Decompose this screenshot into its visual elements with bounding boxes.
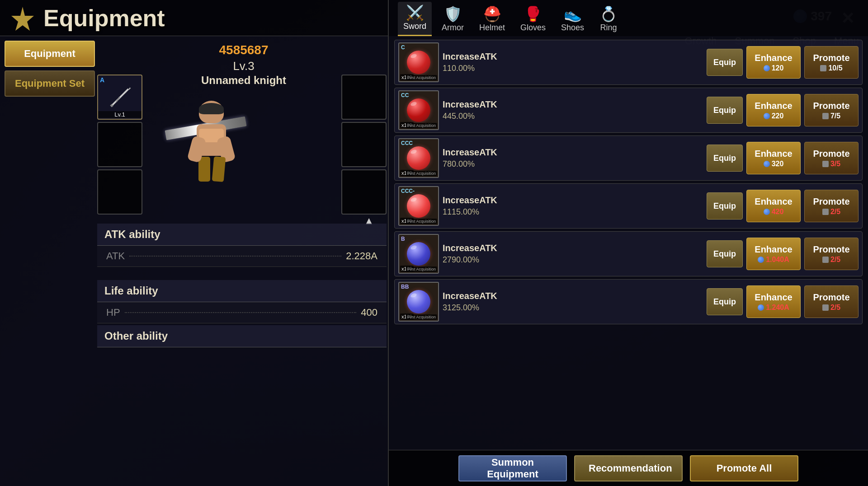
character-gold: 4585687 bbox=[219, 43, 268, 57]
enhance-cost-5: 1.240A bbox=[758, 304, 789, 312]
equip-info-2: IncreaseATK 780.00% bbox=[443, 147, 703, 169]
promote-button-0[interactable]: Promote 10/5 bbox=[804, 46, 859, 79]
equip-button-5[interactable]: Equip bbox=[707, 288, 743, 315]
equipment-button[interactable]: Equipment bbox=[5, 41, 95, 67]
recommendation-button[interactable]: Recommendation bbox=[574, 455, 683, 481]
slot-weapon[interactable]: Lv.1 bbox=[97, 75, 142, 120]
atk-value: 2.228A bbox=[346, 250, 377, 262]
atk-stat-row: ATK 2.228A bbox=[97, 246, 387, 267]
enhance-cost-3: 420 bbox=[764, 208, 784, 216]
equip-tag-4: First Acquisition bbox=[406, 266, 437, 272]
summon-equipment-button[interactable]: Summon Equipment bbox=[458, 455, 567, 481]
promote-button-5[interactable]: Promote 2/5 bbox=[804, 285, 859, 318]
weapon-level: Lv.1 bbox=[98, 111, 142, 118]
promote-cost-value-1: 7/5 bbox=[830, 112, 840, 120]
equipment-row-4: B x100 First Acquisition IncreaseATK 279… bbox=[394, 231, 863, 276]
promote-cost-3: 2/5 bbox=[822, 208, 840, 216]
tab-armor[interactable]: 🛡️ Armor bbox=[436, 3, 469, 36]
enhance-cost-0: 120 bbox=[764, 64, 784, 72]
promote-label-0: Promote bbox=[813, 53, 849, 63]
equip-thumbnail-1: CC x100 First Acquisition bbox=[398, 90, 439, 130]
enhance-cost-value-3: 420 bbox=[772, 208, 784, 216]
equipment-icon bbox=[9, 5, 36, 32]
equip-button-3[interactable]: Equip bbox=[707, 192, 743, 220]
slot-bot-left[interactable] bbox=[97, 169, 142, 215]
promote-cost-4: 2/5 bbox=[822, 256, 840, 264]
promote-button-3[interactable]: Promote 2/5 bbox=[804, 190, 859, 222]
enhance-button-4[interactable]: Enhance 1.040A bbox=[746, 238, 801, 270]
equip-button-0[interactable]: Equip bbox=[707, 49, 743, 76]
equip-button-1[interactable]: Equip bbox=[707, 97, 743, 124]
promote-button-4[interactable]: Promote 2/5 bbox=[804, 238, 859, 270]
tab-shoes[interactable]: 👟 Shoes bbox=[556, 3, 590, 36]
promote-cost-value-4: 2/5 bbox=[830, 256, 840, 264]
equip-name-0: IncreaseATK bbox=[443, 51, 703, 62]
enhance-label-5: Enhance bbox=[755, 292, 792, 303]
enhance-label-3: Enhance bbox=[755, 196, 792, 207]
enhance-cost-value-0: 120 bbox=[772, 64, 784, 72]
tab-ring[interactable]: 💍 Ring bbox=[594, 3, 623, 36]
enhance-cost-value-2: 320 bbox=[772, 160, 784, 168]
character-sprite bbox=[149, 79, 289, 212]
equipment-row-2: CCC x100 First Acquisition IncreaseATK 7… bbox=[394, 136, 863, 181]
tab-helmet[interactable]: ⛑️ Helmet bbox=[474, 3, 510, 36]
promote-cost-5: 2/5 bbox=[822, 304, 840, 312]
enhance-cost-4: 1.040A bbox=[758, 256, 789, 264]
equipment-set-button[interactable]: Equipment Set bbox=[5, 70, 95, 97]
enhance-cost-1: 220 bbox=[764, 112, 784, 120]
shoes-tab-label: Shoes bbox=[561, 23, 584, 33]
equip-grade-0: C bbox=[401, 44, 405, 51]
hp-label: HP bbox=[106, 307, 120, 318]
promote-label-1: Promote bbox=[813, 101, 849, 111]
promote-cost-value-0: 10/5 bbox=[828, 64, 842, 72]
equipment-row-5: BB x100 First Acquisition IncreaseATK 31… bbox=[394, 279, 863, 324]
equipment-list: C x100 First Acquisition IncreaseATK 110… bbox=[389, 36, 868, 443]
equip-thumbnail-3: CCC- x100 First Acquisition bbox=[398, 186, 439, 226]
enhance-label-0: Enhance bbox=[755, 53, 792, 63]
enhance-label-1: Enhance bbox=[755, 101, 792, 111]
slot-top-right[interactable] bbox=[341, 75, 387, 120]
equip-thumbnail-2: CCC x100 First Acquisition bbox=[398, 138, 439, 178]
enhance-button-1[interactable]: Enhance 220 bbox=[746, 94, 801, 126]
slot-mid-left[interactable] bbox=[97, 122, 142, 167]
life-ability-header: Life ability bbox=[97, 280, 387, 302]
enhance-button-3[interactable]: Enhance 420 bbox=[746, 190, 801, 222]
equip-stat-0: 110.00% bbox=[443, 64, 703, 73]
promote-button-2[interactable]: Promote 3/5 bbox=[804, 142, 859, 174]
equip-info-5: IncreaseATK 3125.00% bbox=[443, 291, 703, 313]
equip-stat-3: 1115.00% bbox=[443, 207, 703, 217]
tab-gloves[interactable]: 🥊 Gloves bbox=[515, 3, 551, 36]
equip-name-4: IncreaseATK bbox=[443, 243, 703, 253]
tab-sword[interactable]: ⚔️ Sword bbox=[398, 2, 432, 36]
promote-button-1[interactable]: Promote 7/5 bbox=[804, 94, 859, 126]
promote-cost-value-2: 3/5 bbox=[830, 160, 840, 168]
equip-info-1: IncreaseATK 445.00% bbox=[443, 99, 703, 121]
equip-button-2[interactable]: Equip bbox=[707, 145, 743, 172]
armor-tab-icon: 🛡️ bbox=[444, 7, 462, 21]
equip-thumbnail-0: C x100 First Acquisition bbox=[398, 42, 439, 82]
slot-bot-right[interactable] bbox=[341, 169, 387, 215]
promote-label-2: Promote bbox=[813, 149, 849, 159]
atk-dots bbox=[129, 256, 341, 257]
hp-stat-row: HP 400 bbox=[97, 302, 387, 323]
svg-line-4 bbox=[115, 97, 120, 102]
equip-tag-1: First Acquisition bbox=[406, 123, 437, 128]
equip-tag-3: First Acquisition bbox=[406, 219, 437, 224]
equipment-row-0: C x100 First Acquisition IncreaseATK 110… bbox=[394, 40, 863, 85]
equip-button-4[interactable]: Equip bbox=[707, 240, 743, 267]
equip-grade-3: CCC- bbox=[401, 188, 415, 194]
slot-mid-right[interactable] bbox=[341, 122, 387, 167]
helmet-tab-label: Helmet bbox=[479, 23, 505, 33]
equip-name-3: IncreaseATK bbox=[443, 195, 703, 206]
character-level: Lv.3 bbox=[233, 59, 254, 73]
equip-info-4: IncreaseATK 2790.00% bbox=[443, 243, 703, 265]
promote-all-button[interactable]: Promote All bbox=[690, 455, 798, 481]
enhance-button-0[interactable]: Enhance 120 bbox=[746, 46, 801, 79]
gloves-tab-icon: 🥊 bbox=[524, 7, 542, 21]
equip-stat-5: 3125.00% bbox=[443, 303, 703, 313]
equip-grade-1: CC bbox=[401, 92, 409, 98]
enhance-button-2[interactable]: Enhance 320 bbox=[746, 142, 801, 174]
sword-tab-icon: ⚔️ bbox=[406, 5, 424, 20]
equip-name-5: IncreaseATK bbox=[443, 291, 703, 301]
enhance-button-5[interactable]: Enhance 1.240A bbox=[746, 285, 801, 318]
